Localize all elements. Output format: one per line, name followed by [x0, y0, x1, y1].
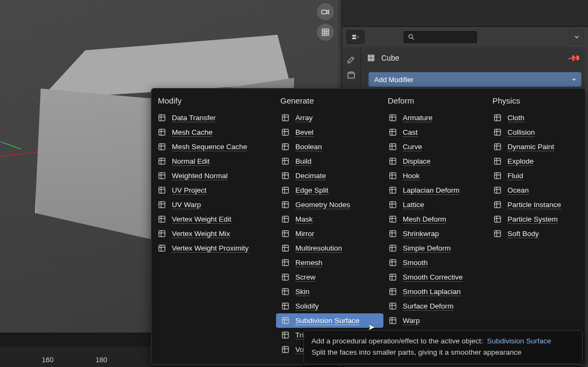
menu-item-label: Cloth: [507, 114, 525, 122]
modifier-generate-mask[interactable]: Mask: [276, 212, 383, 226]
menu-item-label: Smooth: [403, 259, 428, 267]
modifier-icon: [157, 113, 166, 123]
modifier-generate-geometry-nodes[interactable]: Geometry Nodes: [276, 197, 383, 212]
modifier-physics-soft-body[interactable]: Soft Body: [488, 226, 582, 241]
svg-rect-30: [282, 303, 288, 309]
menu-item-label: Data Transfer: [172, 114, 216, 122]
properties-search-input[interactable]: [403, 30, 478, 44]
modifier-physics-particle-system[interactable]: Particle System: [488, 212, 582, 226]
modifier-generate-edge-split[interactable]: Edge Split: [276, 183, 383, 197]
svg-rect-44: [389, 260, 395, 266]
modifier-generate-boolean[interactable]: Boolean: [276, 140, 383, 154]
modifier-generate-subdivision-surface[interactable]: Subdivision Surface: [276, 313, 383, 328]
svg-rect-21: [282, 173, 288, 179]
modifier-deform-armature[interactable]: Armature: [383, 111, 488, 125]
menu-item-label: Explode: [507, 157, 534, 165]
modifier-icon: [388, 171, 397, 181]
modifier-icon: [492, 186, 502, 195]
modifier-icon: [280, 273, 290, 282]
modifier-generate-mirror[interactable]: Mirror: [276, 226, 383, 241]
options-button[interactable]: [570, 30, 584, 44]
modifier-deform-hook[interactable]: Hook: [383, 168, 488, 183]
modifier-physics-dynamic-paint[interactable]: Dynamic Paint: [488, 140, 582, 154]
modifier-generate-screw[interactable]: Screw: [276, 270, 383, 284]
modifier-physics-ocean[interactable]: Ocean: [488, 183, 582, 197]
modifier-modify-uv-project[interactable]: UV Project: [153, 183, 276, 197]
modifier-icon: [157, 215, 166, 224]
modifier-icon: [388, 229, 397, 239]
modifier-modify-data-transfer[interactable]: Data Transfer: [153, 111, 276, 125]
modifier-physics-explode[interactable]: Explode: [488, 154, 582, 168]
svg-rect-6: [368, 55, 374, 61]
modifier-physics-particle-instance[interactable]: Particle Instance: [488, 197, 582, 212]
modifier-deform-curve[interactable]: Curve: [383, 140, 488, 154]
modifier-generate-bevel[interactable]: Bevel: [276, 125, 383, 140]
add-modifier-button[interactable]: Add Modifier: [368, 72, 582, 87]
modifier-icon: [157, 142, 166, 152]
modifier-icon: [492, 157, 502, 166]
modifier-deform-simple-deform[interactable]: Simple Deform: [383, 241, 488, 255]
modifier-modify-vertex-weight-edit[interactable]: Vertex Weight Edit: [153, 212, 276, 226]
pin-icon[interactable]: 📌: [567, 50, 582, 65]
modifier-physics-collision[interactable]: Collision: [488, 125, 582, 140]
modifier-physics-cloth[interactable]: Cloth: [488, 111, 582, 125]
menu-item-label: Particle System: [507, 215, 558, 223]
menu-item-label: Mirror: [295, 230, 314, 238]
svg-rect-24: [282, 216, 288, 222]
modifier-generate-multiresolution[interactable]: Multiresolution: [276, 241, 383, 255]
tool-tab[interactable]: [345, 54, 357, 65]
modifier-generate-array[interactable]: Array: [276, 111, 383, 125]
modifier-modify-uv-warp[interactable]: UV Warp: [153, 197, 276, 212]
modifier-deform-warp[interactable]: Warp: [383, 313, 488, 328]
menu-item-label: Vo: [295, 346, 304, 354]
modifier-modify-normal-edit[interactable]: Normal Edit: [153, 154, 276, 168]
modifier-deform-displace[interactable]: Displace: [383, 154, 488, 168]
svg-rect-37: [389, 158, 395, 164]
svg-rect-14: [158, 216, 164, 222]
svg-rect-12: [158, 187, 164, 193]
modifier-generate-decimate[interactable]: Decimate: [276, 168, 383, 183]
modifier-generate-skin[interactable]: Skin: [276, 284, 383, 299]
menu-header-deform: Deform: [388, 96, 492, 105]
timeline-frame-label: 180: [96, 356, 107, 364]
modifier-modify-mesh-cache[interactable]: Mesh Cache: [153, 125, 276, 140]
modifier-deform-surface-deform[interactable]: Surface Deform: [383, 299, 488, 313]
modifier-generate-remesh[interactable]: Remesh: [276, 255, 383, 270]
camera-view-button[interactable]: [317, 3, 334, 20]
svg-rect-53: [494, 173, 500, 179]
render-tab[interactable]: [345, 70, 357, 82]
menu-item-label: Collision: [507, 128, 535, 136]
modifier-physics-fluid[interactable]: Fluid: [488, 168, 582, 183]
modifier-deform-smooth[interactable]: Smooth: [383, 255, 488, 270]
editor-type-selector[interactable]: [346, 30, 365, 44]
menu-item-label: Surface Deform: [403, 302, 454, 310]
modifier-deform-mesh-deform[interactable]: Mesh Deform: [383, 212, 488, 226]
svg-rect-55: [494, 202, 500, 208]
object-breadcrumb: Cube 📌: [361, 47, 585, 69]
modifier-generate-solidify[interactable]: Solidify: [276, 299, 383, 313]
modifier-deform-cast[interactable]: Cast: [383, 125, 488, 140]
modifier-icon: [157, 229, 166, 239]
modifier-icon: [280, 128, 290, 137]
modifier-deform-laplacian-deform[interactable]: Laplacian Deform: [383, 183, 488, 197]
modifier-modify-weighted-normal[interactable]: Weighted Normal: [153, 168, 276, 183]
modifier-modify-vertex-weight-mix[interactable]: Vertex Weight Mix: [153, 226, 276, 241]
menu-item-label: Geometry Nodes: [295, 201, 350, 209]
svg-rect-29: [282, 289, 288, 295]
svg-rect-47: [389, 303, 395, 309]
modifier-icon: [280, 171, 290, 181]
modifier-generate-build[interactable]: Build: [276, 154, 383, 168]
modifier-deform-lattice[interactable]: Lattice: [383, 197, 488, 212]
menu-item-label: Lattice: [403, 201, 424, 209]
svg-rect-2: [352, 35, 357, 36]
outliner-area[interactable]: [342, 0, 588, 27]
toggle-grid-button[interactable]: [317, 24, 334, 41]
menu-item-label: Soft Body: [507, 230, 539, 238]
modifier-deform-smooth-corrective[interactable]: Smooth Corrective: [383, 270, 488, 284]
modifier-icon: [280, 215, 290, 224]
modifier-deform-shrinkwrap[interactable]: Shrinkwrap: [383, 226, 488, 241]
modifier-deform-smooth-laplacian[interactable]: Smooth Laplacian: [383, 284, 488, 299]
svg-rect-31: [282, 318, 288, 324]
modifier-modify-vertex-weight-proximity[interactable]: Vertex Weight Proximity: [153, 241, 276, 255]
modifier-modify-mesh-sequence-cache[interactable]: Mesh Sequence Cache: [153, 140, 276, 154]
